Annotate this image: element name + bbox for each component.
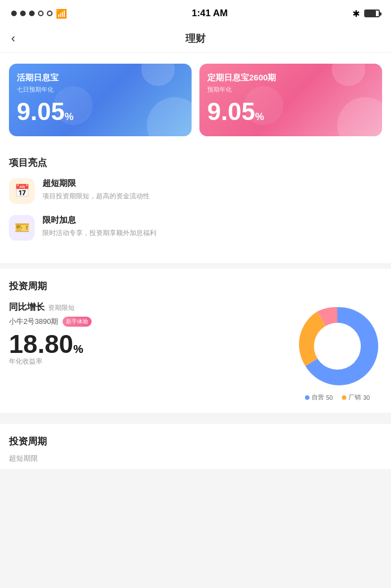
card-deco-3 xyxy=(54,86,93,125)
back-button[interactable]: ‹ xyxy=(11,31,15,46)
feature-text-1: 限时加息 限时活动专享，投资期享额外加息福利 xyxy=(42,215,156,238)
investment-inner: 同比增长 资期限短 小牛2号3890期 新手体验 18.80% 年化收益率 xyxy=(9,302,382,401)
badge-new: 新手体验 xyxy=(63,317,92,327)
card-blue-subtitle: 七日预期年化 xyxy=(17,85,184,94)
signal-dot-5 xyxy=(47,11,53,16)
status-time: 1:41 AM xyxy=(192,8,228,19)
investment-section: 投资周期 同比增长 资期限短 小牛2号3890期 新手体验 18.80% 年化收… xyxy=(0,269,391,413)
battery-icon xyxy=(364,9,380,17)
battery-fill xyxy=(365,11,376,16)
investment-section-title: 投资周期 xyxy=(9,280,382,293)
feature-icon-calendar: 📅 xyxy=(9,178,35,204)
card-pink[interactable]: 定期日息宝2600期 预期年化 9.05% xyxy=(199,64,382,136)
feature-desc-1: 限时活动专享，投资期享额外加息福利 xyxy=(42,228,156,238)
chart-svg xyxy=(293,302,382,391)
legend-item-1: 厂销 30 xyxy=(342,393,370,401)
investment-rate-unit: % xyxy=(73,343,83,355)
signal-dot-4 xyxy=(38,11,44,16)
bottom-sub-label: 超短期限 xyxy=(9,453,382,463)
bluetooth-icon: ✱ xyxy=(352,8,360,19)
project-highlights-title: 项目亮点 xyxy=(9,156,382,169)
feature-title-1: 限时加息 xyxy=(42,215,156,226)
coupon-icon: 🎫 xyxy=(15,221,30,235)
investment-label-row: 同比增长 资期限短 xyxy=(9,302,287,313)
status-right: ✱ xyxy=(352,8,380,19)
nav-bar: ‹ 理财 xyxy=(0,25,391,52)
signal-dot-1 xyxy=(11,11,17,16)
legend-value-0: 50 xyxy=(326,394,333,401)
signal-dot-2 xyxy=(20,11,26,16)
feature-title-0: 超短期限 xyxy=(42,178,150,189)
section-divider-1 xyxy=(0,263,391,269)
project-highlights-section: 项目亮点 📅 超短期限 项目投资期限短，超高的资金流动性 🎫 限时加息 限时活动… xyxy=(0,145,391,263)
legend-dot-orange xyxy=(342,395,346,400)
feature-item-0: 📅 超短期限 项目投资期限短，超高的资金流动性 xyxy=(9,178,382,204)
feature-item-1: 🎫 限时加息 限时活动专享，投资期享额外加息福利 xyxy=(9,215,382,241)
card-pink-subtitle: 预期年化 xyxy=(207,85,374,94)
legend-dot-blue xyxy=(305,395,309,400)
chart-legend: 自营 50 厂销 30 xyxy=(293,393,382,401)
feature-desc-0: 项目投资期限短，超高的资金流动性 xyxy=(42,191,150,201)
chart-area: 自营 50 厂销 30 xyxy=(293,302,382,401)
legend-label-0: 自营 xyxy=(312,393,324,401)
status-left: 📶 xyxy=(11,8,67,19)
legend-label-1: 厂销 xyxy=(349,393,361,401)
feature-text-0: 超短期限 项目投资期限短，超高的资金流动性 xyxy=(42,178,150,201)
investment-sub-label: 资期限短 xyxy=(48,303,75,313)
calendar-icon: 📅 xyxy=(15,184,30,198)
donut-chart xyxy=(293,302,382,391)
investment-main-label: 同比增长 xyxy=(9,302,45,313)
page-title: 理财 xyxy=(185,32,206,45)
status-bar: 📶 1:41 AM ✱ xyxy=(0,0,391,25)
legend-item-0: 自营 50 xyxy=(305,393,333,401)
investment-rate-container: 18.80% xyxy=(9,331,287,357)
section-divider-2 xyxy=(0,413,391,418)
bottom-section: 投资周期 超短期限 xyxy=(0,424,391,469)
cards-section: 活期日息宝 七日预期年化 9.05% 定期日息宝2600期 预期年化 9.05% xyxy=(0,52,391,145)
feature-icon-coupon: 🎫 xyxy=(9,215,35,241)
signal-dot-3 xyxy=(29,11,35,16)
card-blue[interactable]: 活期日息宝 七日预期年化 9.05% xyxy=(9,64,192,136)
investment-product-row: 小牛2号3890期 新手体验 xyxy=(9,317,287,327)
card-pink-deco-3 xyxy=(244,86,283,125)
bottom-section-title: 投资周期 xyxy=(9,435,382,448)
investment-product-name: 小牛2号3890期 xyxy=(9,317,58,327)
wifi-icon: 📶 xyxy=(56,8,67,19)
legend-value-1: 30 xyxy=(363,394,370,401)
investment-left: 同比增长 资期限短 小牛2号3890期 新手体验 18.80% 年化收益率 xyxy=(9,302,287,366)
investment-rate: 18.80 xyxy=(9,329,73,358)
chart-inner-circle xyxy=(314,323,361,370)
